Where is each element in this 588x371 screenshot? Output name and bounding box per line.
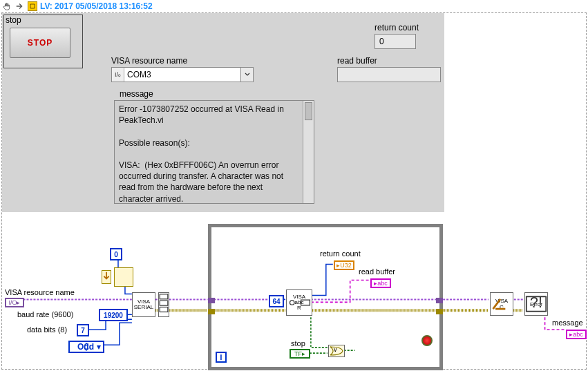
svg-rect-3 [160, 307, 168, 312]
return-count-indicator: ▸U32 [334, 260, 354, 270]
baud-rate-value[interactable]: 19200 [99, 309, 128, 321]
data-bits-value[interactable]: 7 [77, 324, 89, 336]
visa-close-node: VISA C [490, 292, 513, 316]
while-loop: i [208, 224, 443, 370]
visa-resource-terminal[interactable]: I/O▸ [5, 298, 24, 307]
visa-tunnel-in [208, 298, 215, 303]
bytes-to-read[interactable]: 64 [269, 295, 284, 307]
error-tunnel-out [436, 309, 443, 314]
svg-rect-1 [160, 294, 168, 299]
baud-rate-label: baud rate (9600) [17, 310, 73, 318]
buffer-constant-node [114, 267, 133, 287]
flush-buffer-icon [102, 270, 111, 284]
error-tunnel-in [208, 309, 215, 314]
return-count-bd-label: return count [320, 249, 361, 258]
simple-error-handler-node: Error ?! [524, 292, 548, 316]
loop-iteration-terminal: i [216, 352, 227, 363]
loop-stop-terminal [421, 335, 433, 346]
or-gate-node: ∨ [328, 345, 345, 357]
vi-icon[interactable] [28, 1, 37, 11]
read-buffer-indicator: ▸abc [370, 278, 391, 288]
stop-bd-label: stop [291, 339, 305, 348]
forward-arrow-icon[interactable] [15, 1, 25, 11]
read-buffer-bd-label: read buffer [359, 267, 395, 276]
hand-icon[interactable] [3, 1, 12, 11]
message-indicator: ▸abc [566, 330, 587, 339]
diagram-bounds: stop STOP VISA resource name I/₀ COM3 re… [1, 12, 587, 370]
header-title: LV: 2017 05/05/2018 13:16:52 [40, 1, 153, 11]
svg-rect-2 [160, 301, 168, 305]
block-diagram: i 0 VISA resource name I/O▸ VISA SERIAL … [2, 13, 586, 369]
visa-read-node: VISA abc R [286, 289, 312, 316]
visa-resource-bd-label: VISA resource name [5, 288, 75, 296]
visa-serial-config-node: VISA SERIAL [132, 292, 155, 317]
const-zero[interactable]: 0 [110, 248, 122, 260]
app-header: LV: 2017 05/05/2018 13:16:52 [0, 0, 588, 12]
parity-value: Odd [75, 342, 97, 352]
message-bd-label: message [552, 318, 583, 327]
data-bits-label: data bits (8) [27, 325, 67, 334]
stop-control-terminal[interactable]: TF▸ [290, 349, 310, 359]
visa-tunnel-out [436, 298, 443, 303]
property-node [158, 292, 169, 317]
parity-ring[interactable]: Odd ▾ [68, 341, 104, 353]
